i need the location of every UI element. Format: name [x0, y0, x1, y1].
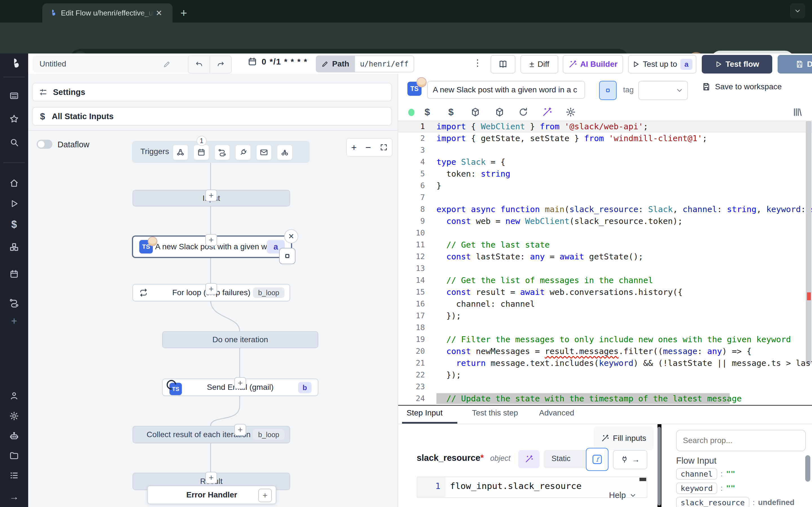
- code-line[interactable]: 7: [398, 191, 812, 203]
- insert-step-button[interactable]: +: [205, 234, 217, 246]
- code-line[interactable]: 15 const result = await web.conversation…: [398, 286, 812, 298]
- contextual-variables-icon[interactable]: $: [448, 107, 454, 117]
- tab-step-input[interactable]: Step Input: [407, 408, 443, 417]
- test-flow-button[interactable]: Test flow: [702, 55, 772, 73]
- code-line[interactable]: 23: [398, 381, 812, 393]
- sidebar-workers-icon[interactable]: [9, 431, 19, 441]
- redo-button[interactable]: [210, 56, 231, 73]
- panel-scrollbar[interactable]: [658, 427, 661, 506]
- trigger-webhook-icon[interactable]: [172, 145, 188, 160]
- sidebar-folders-icon[interactable]: [9, 451, 19, 460]
- sidebar-runs-icon[interactable]: [10, 199, 18, 208]
- trigger-email-icon[interactable]: [256, 145, 272, 160]
- tab-close-icon[interactable]: ✕: [156, 8, 162, 18]
- sidebar-favorites-star-icon[interactable]: [9, 114, 19, 124]
- trigger-schedule-icon[interactable]: [193, 145, 209, 160]
- sidebar-home-icon[interactable]: [9, 178, 19, 188]
- tag-select[interactable]: [638, 81, 688, 100]
- fill-inputs-button[interactable]: Fill inputs: [594, 427, 654, 450]
- insert-step-button[interactable]: +: [205, 189, 217, 202]
- code-line[interactable]: 11 // Get the last state: [398, 239, 812, 251]
- sidebar-settings-gear-icon[interactable]: [9, 411, 19, 421]
- save-to-workspace-button[interactable]: Save to workspace: [702, 82, 782, 91]
- javascript-mode-button[interactable]: f: [586, 448, 608, 471]
- code-line[interactable]: 9 const web = new WebClient(slack_resour…: [398, 215, 812, 227]
- variables-icon[interactable]: $: [424, 107, 430, 117]
- flow-name-input[interactable]: [33, 55, 201, 72]
- code-line[interactable]: 3: [398, 144, 812, 156]
- code-line[interactable]: 18: [398, 322, 812, 334]
- script-settings-gear-icon[interactable]: [566, 107, 576, 117]
- schedule-display[interactable]: 0 */1 * * * *: [248, 57, 308, 66]
- ai-fill-wand-button[interactable]: [518, 450, 540, 468]
- windmill-logo[interactable]: [8, 57, 20, 70]
- new-tab-button[interactable]: +: [181, 7, 187, 19]
- flow-input-prop[interactable]: channel:"": [676, 468, 795, 480]
- code-line[interactable]: 20 const newMessages = result.messages.f…: [398, 345, 812, 357]
- code-line[interactable]: 1import { WebClient } from '@slack/web-a…: [398, 121, 812, 132]
- path-edit-button[interactable]: Path: [316, 55, 355, 72]
- sidebar-routes-icon[interactable]: [9, 298, 19, 308]
- sidebar-collapse-arrow-icon[interactable]: →: [9, 491, 19, 502]
- node-do-one-iteration[interactable]: Do one iteration: [162, 331, 318, 348]
- sidebar-add-icon[interactable]: +: [11, 315, 17, 327]
- sidebar-account-icon[interactable]: [9, 391, 19, 400]
- editor-scrollbar[interactable]: [806, 121, 811, 364]
- trigger-scraper-icon[interactable]: [277, 145, 293, 160]
- ai-assist-wand-icon[interactable]: [542, 107, 552, 117]
- code-line[interactable]: 16 channel: channel: [398, 298, 812, 310]
- tab-test-this-step[interactable]: Test this step: [472, 408, 518, 417]
- sidebar-resources-icon[interactable]: [9, 242, 19, 252]
- tab-advanced[interactable]: Advanced: [539, 408, 574, 417]
- edit-name-pencil-icon[interactable]: [163, 60, 171, 68]
- sidebar-search-icon[interactable]: [9, 137, 19, 147]
- sidebar-schedules-icon[interactable]: [9, 269, 19, 279]
- node-collect-result[interactable]: Collect result of each iteration b_loop: [133, 426, 290, 443]
- delete-step-icon[interactable]: ✕: [284, 229, 298, 243]
- code-line[interactable]: 4type Slack = {: [398, 156, 812, 168]
- browser-tab[interactable]: Edit Flow u/henri/effective_un ✕: [42, 3, 172, 22]
- package-icon[interactable]: [470, 107, 480, 117]
- code-line[interactable]: 24 // Update the state with the timestam…: [398, 393, 812, 404]
- sidebar-logs-icon[interactable]: [9, 471, 19, 480]
- early-stop-icon[interactable]: [279, 248, 296, 264]
- flow-input-prop[interactable]: keyword:"": [676, 483, 795, 494]
- code-line[interactable]: 12 const lastState: any = await getState…: [398, 251, 812, 263]
- props-scrollbar[interactable]: [805, 455, 810, 482]
- docs-button[interactable]: [491, 55, 515, 73]
- flow-input-prop[interactable]: slack_resource:undefined: [676, 497, 795, 507]
- input-mode-toggle[interactable]: Static f: [544, 450, 607, 468]
- library-icon[interactable]: [792, 107, 802, 117]
- code-line[interactable]: 2import { getState, setState } from 'win…: [398, 132, 812, 144]
- node-error-handler[interactable]: Error Handler +: [147, 486, 276, 504]
- package-icon[interactable]: [495, 107, 505, 117]
- draft-button[interactable]: Draft: [777, 55, 812, 73]
- code-line[interactable]: 5 token: string: [398, 168, 812, 180]
- insert-step-button[interactable]: +: [234, 377, 246, 389]
- sidebar-workspace-icon[interactable]: [9, 91, 19, 101]
- undo-button[interactable]: [188, 56, 210, 73]
- tab-search-button[interactable]: [790, 3, 805, 18]
- insert-step-button[interactable]: +: [205, 283, 217, 295]
- code-line[interactable]: 14 // Get the list of messages in the ch…: [398, 274, 812, 286]
- code-line[interactable]: 10: [398, 227, 812, 239]
- code-line[interactable]: 22 });: [398, 369, 812, 381]
- prop-name-pill[interactable]: keyword: [676, 483, 717, 494]
- diff-button[interactable]: ± Diff: [520, 55, 558, 73]
- more-options-icon[interactable]: ⋮: [473, 57, 482, 68]
- prop-name-pill[interactable]: slack_resource: [676, 497, 749, 507]
- code-line[interactable]: 19 // Filter the messages to only includ…: [398, 334, 812, 345]
- insert-step-button[interactable]: +: [205, 472, 217, 484]
- connect-input-button[interactable]: →: [613, 450, 647, 469]
- trigger-websocket-icon[interactable]: [235, 145, 251, 160]
- step-summary-input[interactable]: [427, 81, 585, 99]
- code-line[interactable]: 13: [398, 263, 812, 274]
- code-line[interactable]: 17 });: [398, 310, 812, 322]
- reload-script-icon[interactable]: [518, 107, 528, 117]
- module-box-button[interactable]: [599, 81, 617, 100]
- code-line[interactable]: 21 return message.text.includes(keyword)…: [398, 357, 812, 369]
- insert-step-button[interactable]: +: [234, 424, 246, 436]
- code-line[interactable]: 8export async function main(slack_resour…: [398, 203, 812, 215]
- code-line[interactable]: 6}: [398, 180, 812, 191]
- prop-name-pill[interactable]: channel: [676, 468, 717, 480]
